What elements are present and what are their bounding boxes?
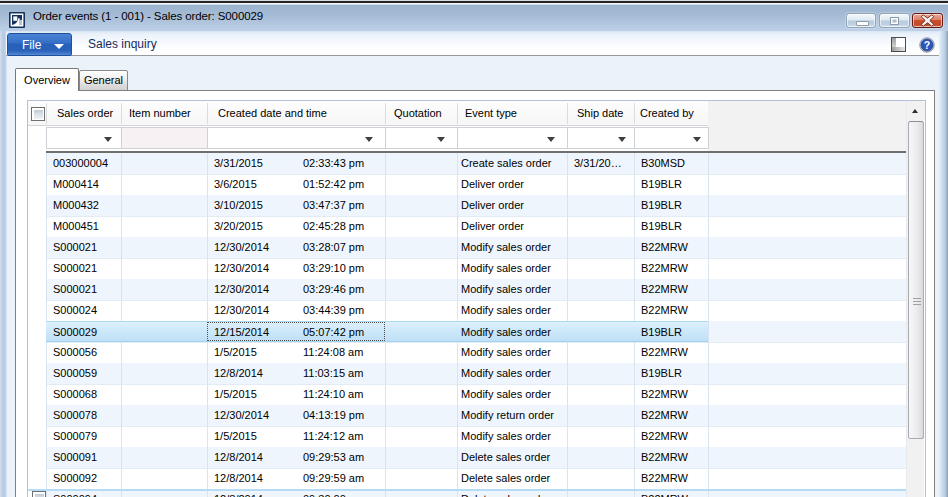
svg-text:?: ?: [924, 39, 930, 51]
